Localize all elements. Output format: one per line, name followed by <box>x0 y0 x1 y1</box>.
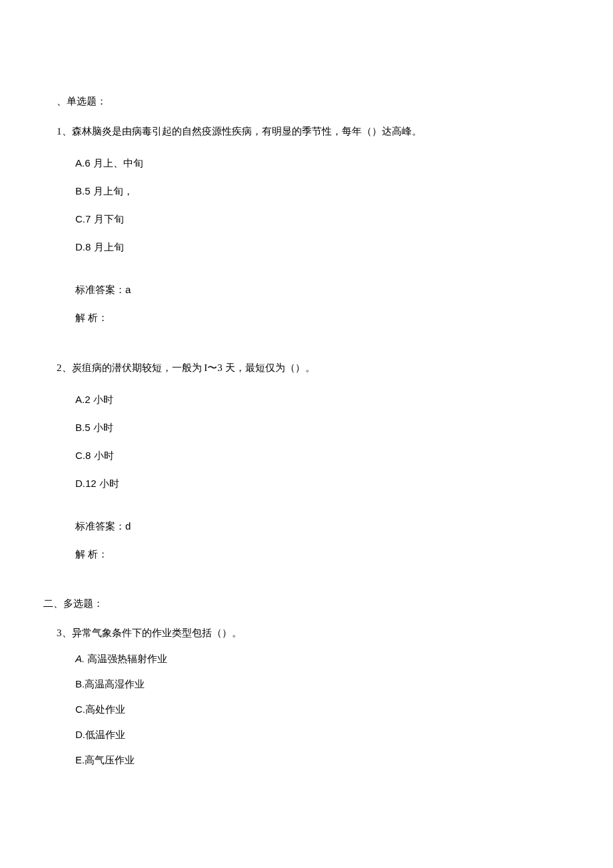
q2-optC-prefix: C.8 <box>75 450 94 461</box>
q3-optE-text: 高气压作业 <box>85 755 135 765</box>
q1-optB-prefix: B.5 <box>75 185 93 197</box>
q3-optC-prefix: C. <box>75 703 85 715</box>
section-2-header: 二、多选题： <box>43 596 556 612</box>
q3-optB-text: 高温高湿作业 <box>85 679 145 689</box>
q3-option-b: B.高温高湿作业 <box>75 676 556 692</box>
q3-optD-text: 低温作业 <box>85 729 125 740</box>
q3-optB-prefix: B. <box>75 678 85 689</box>
q3-optE-prefix: E. <box>75 754 85 765</box>
q1-answer-label: 标准答案： <box>75 284 125 295</box>
q3-optD-prefix: D. <box>75 729 85 740</box>
q2-optC-text: 小时 <box>94 450 114 461</box>
q1-option-c: C.7 月下旬 <box>75 211 556 227</box>
question-3: 3、异常气象条件下的作业类型包括（）。 A. 高温强热辐射作业 B.高温高湿作业… <box>57 625 556 768</box>
q3-option-e: E.高气压作业 <box>75 752 556 768</box>
q1-optD-text: 月上旬 <box>94 242 124 252</box>
q2-analysis: 解 析： <box>75 546 556 562</box>
q1-text: 1、森林脑炎是由病毒引起的自然疫源性疾病，有明显的季节性，每年（）达高峰。 <box>57 123 556 141</box>
q3-optC-text: 高处作业 <box>85 704 125 715</box>
q2-optD-text: 小时 <box>99 478 119 489</box>
q2-text-latin: I〜3 <box>204 362 225 373</box>
q2-answer-value: d <box>125 520 131 532</box>
section-2-header-text: 二、多选题： <box>43 598 103 609</box>
q2-optB-prefix: B.5 <box>75 422 93 433</box>
q2-optB-text: 小时 <box>93 422 113 433</box>
q1-optC-prefix: C.7 <box>75 213 94 224</box>
q2-answer: 标准答案：d <box>75 518 556 534</box>
q3-optA-text: 高温强热辐射作业 <box>87 653 167 664</box>
q2-answer-block: 标准答案：d 解 析： <box>75 518 556 562</box>
q2-text-p1: 2、炭疽病的潜伏期较短，一般为 <box>57 362 204 373</box>
q2-option-d: D.12 小时 <box>75 476 556 492</box>
q2-optA-text: 小时 <box>93 394 113 405</box>
q1-optB-text: 月上旬， <box>93 186 133 197</box>
q2-optD-prefix: D.12 <box>75 478 99 489</box>
q3-optA-prefix: A. <box>75 653 87 664</box>
q1-optA-prefix: A.6 <box>75 157 93 169</box>
q2-option-a: A.2 小时 <box>75 392 556 408</box>
q1-optC-text: 月下旬 <box>94 214 124 224</box>
q1-answer: 标准答案：a <box>75 282 556 298</box>
q2-option-b: B.5 小时 <box>75 420 556 436</box>
q2-option-c: C.8 小时 <box>75 448 556 464</box>
question-1: 1、森林脑炎是由病毒引起的自然疫源性疾病，有明显的季节性，每年（）达高峰。 A.… <box>57 123 556 326</box>
q1-answer-value: a <box>125 284 131 295</box>
q3-text: 3、异常气象条件下的作业类型包括（）。 <box>57 625 556 641</box>
q1-option-d: D.8 月上旬 <box>75 239 556 255</box>
q2-text: 2、炭疽病的潜伏期较短，一般为 I〜3 天，最短仅为（）。 <box>57 359 556 377</box>
section-1-header: 、单选题： <box>57 93 556 109</box>
q3-option-a: A. 高温强热辐射作业 <box>75 651 556 667</box>
q1-option-b: B.5 月上旬， <box>75 183 556 199</box>
q1-optD-prefix: D.8 <box>75 241 94 252</box>
q1-answer-block: 标准答案：a 解 析： <box>75 282 556 326</box>
q1-analysis: 解 析： <box>75 310 556 326</box>
q2-optA-prefix: A.2 <box>75 394 93 405</box>
q1-optA-text: 月上、中旬 <box>93 158 143 169</box>
q2-answer-label: 标准答案： <box>75 521 125 532</box>
q3-option-d: D.低温作业 <box>75 727 556 743</box>
q3-option-c: C.高处作业 <box>75 701 556 717</box>
q1-option-a: A.6 月上、中旬 <box>75 155 556 171</box>
question-2: 2、炭疽病的潜伏期较短，一般为 I〜3 天，最短仅为（）。 A.2 小时 B.5… <box>57 359 556 562</box>
q2-text-p2: 天，最短仅为（）。 <box>225 362 315 373</box>
section-1-header-text: 、单选题： <box>57 96 107 107</box>
